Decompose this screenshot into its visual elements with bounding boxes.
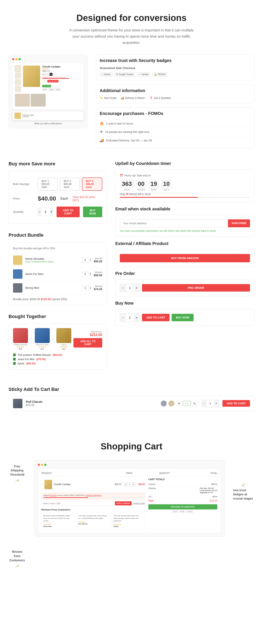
buynow-qty-input[interactable]: [126, 314, 134, 321]
delivery-return-link[interactable]: 🚚 Delivery & Return: [121, 96, 145, 100]
bundle-qty-2-input[interactable]: [82, 272, 89, 276]
sticky-product-price: $19.00: [26, 404, 43, 407]
product-price: Sale: $65: [42, 70, 81, 72]
swatch-beige[interactable]: [168, 400, 174, 406]
size-m[interactable]: M: [49, 73, 52, 76]
subscribe-success-text: You have successfully subscribed, we wil…: [120, 230, 250, 232]
shipping-location: Shipping to: NY: [200, 492, 217, 494]
review-3-stars: ★★★★★: [114, 524, 143, 526]
buynow-qty-up[interactable]: +: [134, 314, 140, 322]
free-shipping-label: Free Shipping Threshold: [8, 464, 26, 477]
plus-icon-2: +: [52, 337, 54, 342]
timer-secs-value: 10: [161, 180, 172, 188]
add-to-cart-mini[interactable]: ADD TO CART: [47, 80, 58, 82]
coupon-input[interactable]: [41, 501, 114, 506]
buy-now-now-btn[interactable]: BUY NOW: [172, 314, 194, 321]
preorder-qty-input[interactable]: [126, 284, 134, 291]
right-features-column: UpSell by Countdown timer ⏰ Hurry up! Sa…: [115, 161, 255, 330]
bulk-price-value: $40.00: [38, 195, 56, 202]
sticky-qty-up[interactable]: +: [214, 400, 219, 407]
qty-decrease-btn[interactable]: −: [38, 208, 41, 216]
sticky-qty-stepper[interactable]: − +: [202, 400, 219, 407]
bundle-qty-2-arrows: ▲ ▼: [89, 272, 91, 276]
buy-now-add-to-cart-btn[interactable]: ADD TO CART: [142, 314, 170, 321]
ask-question-link[interactable]: ❓ Ask a Question: [149, 96, 171, 100]
swatch-gray[interactable]: [161, 400, 167, 406]
preorder-qty-stepper[interactable]: − +: [120, 284, 140, 292]
additional-info-title: Additional information: [100, 88, 251, 93]
bundle-qty-2-down[interactable]: ▼: [89, 274, 91, 276]
size-l[interactable]: L: [53, 73, 56, 76]
together-check-3-input[interactable]: [13, 362, 16, 365]
preorder-qty-up[interactable]: +: [134, 284, 140, 292]
buy-3-option[interactable]: BUY 3 $40.00 each: [82, 178, 102, 191]
size-xs[interactable]: XS: [42, 73, 45, 76]
cart-header-price: PRICE: [112, 472, 147, 474]
buynow-qty-stepper[interactable]: − +: [120, 314, 140, 322]
add-all-to-cart-btn[interactable]: ADD ALL TO CART: [73, 338, 102, 348]
thumb-3[interactable]: [15, 79, 21, 85]
free-shipping-label-group: Free Shipping Threshold ↗: [8, 464, 26, 484]
amazon-buy-btn[interactable]: BUY FROM AMAZON: [120, 254, 250, 262]
review-card-1: By far the most comfortable clothes ever…: [41, 513, 75, 529]
sticky-qty-input[interactable]: [207, 400, 214, 406]
bulk-save-text: Save $10.00 (20% OFF): [72, 196, 102, 202]
together-img-3: [56, 328, 71, 343]
cart-header-qty: QUANTITY: [147, 472, 182, 474]
bundle-qty-1-input[interactable]: [82, 258, 89, 263]
sticky-size-m[interactable]: M: [176, 401, 182, 406]
cart-item-remove-btn[interactable]: ×: [41, 483, 43, 486]
bundle-qty-3-down[interactable]: ▼: [89, 288, 91, 290]
sticky-size-xl[interactable]: XL: [191, 401, 198, 406]
bundle-item-1-info: Velvet Shoulder Only 70 item(s) left in …: [25, 257, 79, 263]
buy-1-option[interactable]: BUY 1 $50.00 each: [38, 178, 58, 191]
checkout-btn[interactable]: PROCEED TO CHECKOUT: [148, 504, 217, 510]
notification-time: 1 day ago: [22, 116, 34, 117]
buy-now-button[interactable]: BUY NOW: [83, 206, 102, 217]
sticky-size-l[interactable]: ✓ L: [183, 401, 190, 406]
preorder-qty-down[interactable]: −: [120, 284, 126, 292]
size-guide-link[interactable]: 📏 Size Guide: [100, 96, 117, 100]
timer-mins: 19 MINS: [148, 180, 159, 191]
buynow-qty-down[interactable]: −: [120, 314, 126, 322]
review-card-3: This was my first order and I was super …: [112, 513, 145, 529]
bulk-qty-label: Quantity:: [13, 210, 34, 214]
quantity-stepper[interactable]: − +: [38, 208, 53, 216]
apply-coupon-btn[interactable]: APPLY COUPON: [115, 501, 132, 505]
together-check-1-input[interactable]: [13, 354, 16, 356]
size-s[interactable]: S: [46, 73, 49, 76]
eye-icon: 👁: [100, 130, 103, 134]
together-check-2-input[interactable]: [13, 358, 16, 360]
countdown-card: ⏰ Hurry up! Sale end in: 363 DAYS 00 HOU…: [115, 170, 255, 202]
buy-2-option[interactable]: BUY 2 $45.00 each: [60, 178, 80, 191]
buy-now-mini[interactable]: BUY NOW: [42, 85, 51, 87]
product-thumbnails: [15, 66, 21, 92]
sticky-qty-down[interactable]: −: [202, 400, 207, 407]
bundle-qty-1-down[interactable]: ▼: [89, 260, 91, 262]
free-shipping-link[interactable]: $115.00: [49, 494, 56, 496]
together-total-label: Total Price:: [73, 330, 102, 333]
thumb-2[interactable]: [15, 72, 21, 78]
add-to-cart-button[interactable]: ADD TO CART: [56, 206, 80, 217]
thumb-1[interactable]: [15, 66, 21, 72]
email-stock-title: Email when stock available: [115, 206, 255, 212]
qty-increase-btn[interactable]: +: [50, 208, 53, 216]
bundle-qty-3-input[interactable]: [82, 285, 89, 290]
continue-shopping-link[interactable]: Continue Shopping: [85, 494, 102, 496]
countdown-timer: 363 DAYS 00 HOURS 19 MINS 10 SECS: [120, 180, 250, 191]
qty-input[interactable]: [41, 208, 50, 215]
preorder-button[interactable]: PRE ORDER: [142, 284, 250, 292]
cart-item-qty-box[interactable]: − +: [124, 482, 136, 486]
cart-item-qty-up[interactable]: +: [132, 482, 135, 486]
cart-item-qty-input[interactable]: [128, 483, 132, 486]
size-guide-label: Size Guide: [104, 96, 117, 100]
sticky-add-to-cart-btn[interactable]: ADD TO CART: [223, 400, 250, 407]
subscribe-button[interactable]: SUBSCRIBE: [228, 219, 250, 227]
shipping-progress-track: [43, 497, 143, 498]
timer-days: 363 DAYS: [120, 180, 134, 191]
cart-mockup-card: PRODUCT PRICE QUANTITY TOTAL × Chenille …: [34, 460, 225, 536]
update-cart-btn[interactable]: UPDATE CART: [133, 502, 145, 504]
thumb-4[interactable]: [15, 86, 21, 92]
email-input[interactable]: [120, 219, 228, 227]
cart-item-qty-down[interactable]: −: [124, 482, 128, 486]
